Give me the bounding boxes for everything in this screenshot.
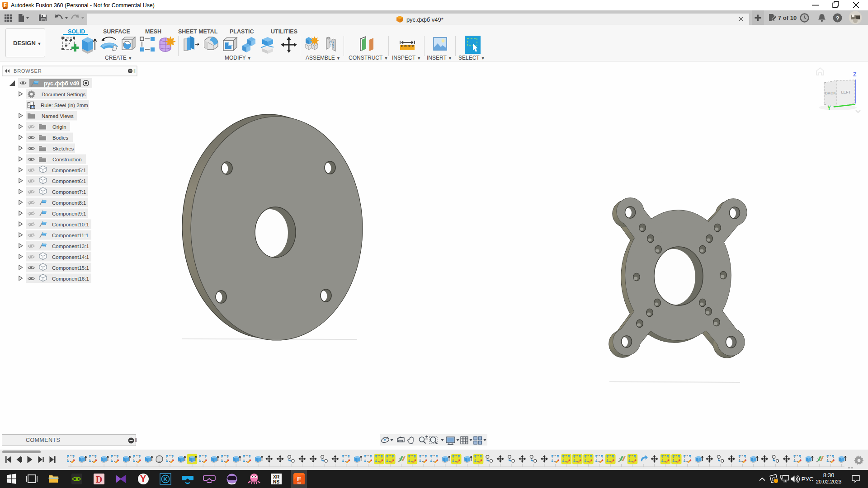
svg-text:рус.ффб v49: рус.ффб v49: [44, 80, 79, 87]
svg-text:Named Views: Named Views: [42, 113, 74, 119]
svg-text:Construction: Construction: [52, 157, 82, 162]
svg-text:Component10:1: Component10:1: [52, 222, 89, 227]
svg-text:D: D: [96, 474, 102, 484]
svg-text:Origin: Origin: [52, 124, 66, 130]
svg-text:LEFT: LEFT: [841, 90, 851, 94]
svg-text:‖: ‖: [133, 68, 136, 75]
svg-text:?: ?: [835, 15, 839, 22]
svg-text:Component14:1: Component14:1: [52, 254, 89, 260]
svg-text:Component16:1: Component16:1: [52, 276, 89, 282]
svg-text:K: K: [163, 476, 168, 483]
svg-text:Component5:1: Component5:1: [52, 168, 86, 173]
svg-text:20.02.2023: 20.02.2023: [816, 479, 842, 484]
svg-text:Component7:1: Component7:1: [52, 189, 86, 195]
svg-text:Component11:1: Component11:1: [52, 233, 89, 238]
svg-text:Z: Z: [853, 71, 856, 78]
svg-text:Component13:1: Component13:1: [52, 244, 89, 249]
svg-text:8:30: 8:30: [823, 472, 834, 479]
svg-text:NS: NS: [273, 479, 280, 484]
svg-text:F: F: [297, 475, 301, 483]
svg-text:Component6:1: Component6:1: [52, 178, 86, 184]
svg-text:F: F: [4, 3, 6, 8]
svg-text:Component8:1: Component8:1: [52, 200, 86, 206]
svg-text:Document Settings: Document Settings: [42, 92, 85, 97]
svg-text:Sketches: Sketches: [52, 146, 74, 151]
svg-text:Component15:1: Component15:1: [52, 265, 89, 271]
svg-text:Rule: Steel (in) 2mm: Rule: Steel (in) 2mm: [41, 103, 88, 108]
svg-text:360: 360: [297, 482, 301, 484]
svg-text:Component9:1: Component9:1: [52, 211, 86, 216]
svg-text:Y: Y: [827, 105, 831, 111]
svg-text:Bodies: Bodies: [52, 135, 68, 141]
svg-text:BROWSER: BROWSER: [14, 68, 42, 74]
svg-text:РУС: РУС: [801, 476, 813, 483]
svg-text:BACK: BACK: [825, 91, 836, 95]
